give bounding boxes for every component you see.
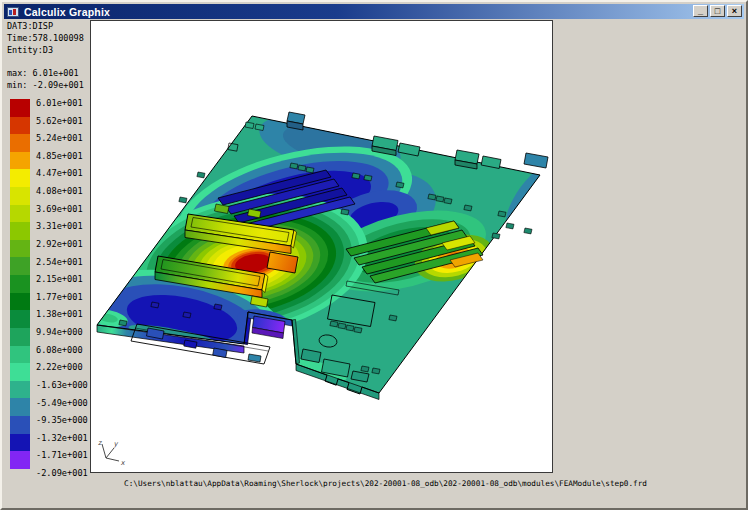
legend-label: 5.62e+001 (36, 116, 83, 126)
legend-label: 4.47e+001 (36, 168, 83, 178)
legend-color-cell (10, 275, 30, 293)
legend-color-cell (10, 169, 30, 187)
titlebar[interactable]: Calculix Graphix _ □ × (4, 4, 744, 19)
minimize-button[interactable]: _ (693, 5, 708, 17)
legend-label: 2.92e+001 (36, 239, 83, 249)
legend-label: 3.69e+001 (36, 204, 83, 214)
legend-label: 2.15e+001 (36, 274, 83, 284)
legend-label: 2.54e+001 (36, 257, 83, 267)
legend-color-cell (10, 134, 30, 152)
legend-label: 5.24e+001 (36, 133, 83, 143)
legend-color-cell (10, 416, 30, 434)
legend-color-cell (10, 381, 30, 399)
maximize-button[interactable]: □ (710, 5, 725, 17)
legend-labels: 6.01e+0015.62e+0015.24e+0014.85e+0014.47… (36, 2, 90, 510)
legend-color-cell (10, 293, 30, 311)
legend-label: 6.08e+000 (36, 345, 83, 355)
legend-color-cell (10, 328, 30, 346)
legend-label: -1.71e+001 (36, 450, 88, 460)
legend-color-cell (10, 205, 30, 223)
legend-label: 1.77e+001 (36, 292, 83, 302)
legend-label: -9.35e+000 (36, 415, 88, 425)
legend-color-cell (10, 257, 30, 275)
legend-color-cell (10, 117, 30, 135)
legend-label: 9.94e+000 (36, 327, 83, 337)
legend-label: 2.22e+000 (36, 362, 83, 372)
legend-color-cell (10, 99, 30, 117)
legend-color-cell (10, 152, 30, 170)
close-button[interactable]: × (727, 5, 742, 17)
legend-color-cell (10, 434, 30, 452)
model-canvas[interactable] (90, 20, 553, 473)
legend-color-cell (10, 451, 30, 469)
legend-color-cell (10, 310, 30, 328)
legend-color-cell (10, 222, 30, 240)
legend-colorbar (10, 99, 30, 469)
legend-label: 6.01e+001 (36, 98, 83, 108)
statusbar-file-path: C:\Users\nblattau\AppData\Roaming\Sherlo… (124, 479, 647, 488)
legend-label: 4.08e+001 (36, 186, 83, 196)
legend-label: 4.85e+001 (36, 151, 83, 161)
legend-label: -1.63e+000 (36, 380, 88, 390)
legend-label: 1.38e+001 (36, 309, 83, 319)
legend-color-cell (10, 363, 30, 381)
legend-label: 3.31e+001 (36, 221, 83, 231)
legend-label: -5.49e+000 (36, 398, 88, 408)
legend-label: -2.09e+001 (36, 468, 88, 478)
cgx-window: Calculix Graphix _ □ × DAT3:DISP Time:57… (0, 0, 748, 510)
legend-color-cell (10, 398, 30, 416)
legend-label: -1.32e+001 (36, 433, 88, 443)
legend-color-cell (10, 187, 30, 205)
legend-color-cell (10, 346, 30, 364)
app-icon (7, 7, 19, 17)
legend-color-cell (10, 240, 30, 258)
